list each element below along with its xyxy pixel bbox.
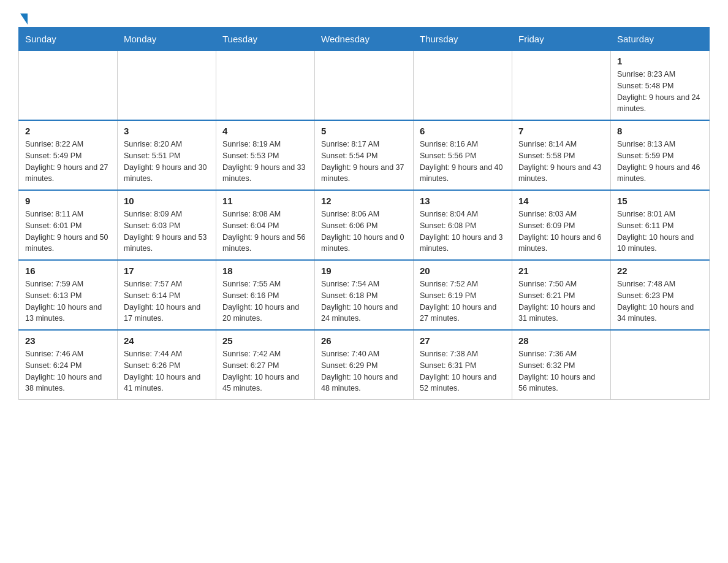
day-info: Sunrise: 8:22 AM Sunset: 5:49 PM Dayligh… bbox=[25, 139, 111, 185]
day-number: 24 bbox=[124, 335, 210, 346]
calendar-week-1: 1Sunrise: 8:23 AM Sunset: 5:48 PM Daylig… bbox=[19, 51, 710, 121]
calendar-cell: 17Sunrise: 7:57 AM Sunset: 6:14 PM Dayli… bbox=[118, 260, 216, 330]
day-info: Sunrise: 8:06 AM Sunset: 6:06 PM Dayligh… bbox=[321, 209, 407, 255]
calendar-cell: 12Sunrise: 8:06 AM Sunset: 6:06 PM Dayli… bbox=[315, 190, 414, 260]
day-number: 15 bbox=[617, 196, 703, 206]
day-info: Sunrise: 8:11 AM Sunset: 6:01 PM Dayligh… bbox=[25, 209, 111, 255]
day-info: Sunrise: 8:14 AM Sunset: 5:58 PM Dayligh… bbox=[518, 139, 604, 185]
calendar-cell: 13Sunrise: 8:04 AM Sunset: 6:08 PM Dayli… bbox=[414, 190, 512, 260]
calendar-body: 1Sunrise: 8:23 AM Sunset: 5:48 PM Daylig… bbox=[19, 51, 710, 400]
calendar-cell: 20Sunrise: 7:52 AM Sunset: 6:19 PM Dayli… bbox=[414, 260, 512, 330]
day-info: Sunrise: 8:19 AM Sunset: 5:53 PM Dayligh… bbox=[222, 139, 308, 185]
day-info: Sunrise: 7:40 AM Sunset: 6:29 PM Dayligh… bbox=[321, 348, 407, 394]
calendar-cell: 11Sunrise: 8:08 AM Sunset: 6:04 PM Dayli… bbox=[216, 190, 315, 260]
calendar-cell bbox=[118, 51, 216, 121]
day-number: 27 bbox=[420, 335, 506, 346]
calendar-cell: 21Sunrise: 7:50 AM Sunset: 6:21 PM Dayli… bbox=[512, 260, 611, 330]
calendar-cell: 22Sunrise: 7:48 AM Sunset: 6:23 PM Dayli… bbox=[611, 260, 710, 330]
day-number: 10 bbox=[124, 196, 210, 206]
weekday-header-sunday: Sunday bbox=[19, 28, 118, 51]
calendar-cell: 25Sunrise: 7:42 AM Sunset: 6:27 PM Dayli… bbox=[216, 330, 315, 400]
day-number: 20 bbox=[420, 266, 506, 276]
day-info: Sunrise: 8:01 AM Sunset: 6:11 PM Dayligh… bbox=[617, 209, 703, 255]
weekday-header-saturday: Saturday bbox=[611, 28, 710, 51]
day-number: 8 bbox=[617, 126, 703, 136]
logo-arrow-icon bbox=[20, 13, 28, 25]
day-info: Sunrise: 8:17 AM Sunset: 5:54 PM Dayligh… bbox=[321, 139, 407, 185]
day-number: 25 bbox=[222, 335, 308, 346]
day-info: Sunrise: 7:44 AM Sunset: 6:26 PM Dayligh… bbox=[124, 348, 210, 394]
calendar-cell: 5Sunrise: 8:17 AM Sunset: 5:54 PM Daylig… bbox=[315, 120, 414, 190]
day-number: 1 bbox=[617, 56, 703, 66]
day-info: Sunrise: 8:23 AM Sunset: 5:48 PM Dayligh… bbox=[617, 69, 703, 115]
logo bbox=[18, 12, 28, 21]
weekday-header-thursday: Thursday bbox=[414, 28, 512, 51]
calendar-cell: 19Sunrise: 7:54 AM Sunset: 6:18 PM Dayli… bbox=[315, 260, 414, 330]
calendar-cell: 2Sunrise: 8:22 AM Sunset: 5:49 PM Daylig… bbox=[19, 120, 118, 190]
calendar-week-4: 16Sunrise: 7:59 AM Sunset: 6:13 PM Dayli… bbox=[19, 260, 710, 330]
calendar-week-5: 23Sunrise: 7:46 AM Sunset: 6:24 PM Dayli… bbox=[19, 330, 710, 400]
day-number: 6 bbox=[420, 126, 506, 136]
calendar-cell: 1Sunrise: 8:23 AM Sunset: 5:48 PM Daylig… bbox=[611, 51, 710, 121]
calendar-cell: 28Sunrise: 7:36 AM Sunset: 6:32 PM Dayli… bbox=[512, 330, 611, 400]
day-info: Sunrise: 7:50 AM Sunset: 6:21 PM Dayligh… bbox=[518, 278, 604, 324]
day-number: 14 bbox=[518, 196, 604, 206]
calendar-cell bbox=[512, 51, 611, 121]
calendar-cell: 15Sunrise: 8:01 AM Sunset: 6:11 PM Dayli… bbox=[611, 190, 710, 260]
day-info: Sunrise: 7:46 AM Sunset: 6:24 PM Dayligh… bbox=[25, 348, 111, 394]
calendar-cell: 27Sunrise: 7:38 AM Sunset: 6:31 PM Dayli… bbox=[414, 330, 512, 400]
day-info: Sunrise: 7:59 AM Sunset: 6:13 PM Dayligh… bbox=[25, 278, 111, 324]
day-number: 23 bbox=[25, 335, 111, 346]
day-info: Sunrise: 8:13 AM Sunset: 5:59 PM Dayligh… bbox=[617, 139, 703, 185]
day-info: Sunrise: 8:20 AM Sunset: 5:51 PM Dayligh… bbox=[124, 139, 210, 185]
calendar-cell: 7Sunrise: 8:14 AM Sunset: 5:58 PM Daylig… bbox=[512, 120, 611, 190]
calendar-cell: 4Sunrise: 8:19 AM Sunset: 5:53 PM Daylig… bbox=[216, 120, 315, 190]
calendar-cell: 3Sunrise: 8:20 AM Sunset: 5:51 PM Daylig… bbox=[118, 120, 216, 190]
calendar-cell bbox=[315, 51, 414, 121]
day-info: Sunrise: 8:08 AM Sunset: 6:04 PM Dayligh… bbox=[222, 209, 308, 255]
calendar-cell: 10Sunrise: 8:09 AM Sunset: 6:03 PM Dayli… bbox=[118, 190, 216, 260]
day-number: 19 bbox=[321, 266, 407, 276]
calendar-week-3: 9Sunrise: 8:11 AM Sunset: 6:01 PM Daylig… bbox=[19, 190, 710, 260]
weekday-header-monday: Monday bbox=[118, 28, 216, 51]
day-number: 5 bbox=[321, 126, 407, 136]
day-info: Sunrise: 7:55 AM Sunset: 6:16 PM Dayligh… bbox=[222, 278, 308, 324]
weekday-header-tuesday: Tuesday bbox=[216, 28, 315, 51]
day-info: Sunrise: 7:48 AM Sunset: 6:23 PM Dayligh… bbox=[617, 278, 703, 324]
day-number: 12 bbox=[321, 196, 407, 206]
calendar-cell: 16Sunrise: 7:59 AM Sunset: 6:13 PM Dayli… bbox=[19, 260, 118, 330]
day-info: Sunrise: 7:36 AM Sunset: 6:32 PM Dayligh… bbox=[518, 348, 604, 394]
day-number: 22 bbox=[617, 266, 703, 276]
day-info: Sunrise: 8:16 AM Sunset: 5:56 PM Dayligh… bbox=[420, 139, 506, 185]
calendar-cell: 24Sunrise: 7:44 AM Sunset: 6:26 PM Dayli… bbox=[118, 330, 216, 400]
calendar-cell: 8Sunrise: 8:13 AM Sunset: 5:59 PM Daylig… bbox=[611, 120, 710, 190]
day-number: 7 bbox=[518, 126, 604, 136]
page-header bbox=[18, 12, 710, 21]
calendar-cell: 23Sunrise: 7:46 AM Sunset: 6:24 PM Dayli… bbox=[19, 330, 118, 400]
day-info: Sunrise: 7:38 AM Sunset: 6:31 PM Dayligh… bbox=[420, 348, 506, 394]
calendar-cell bbox=[216, 51, 315, 121]
day-info: Sunrise: 7:42 AM Sunset: 6:27 PM Dayligh… bbox=[222, 348, 308, 394]
day-info: Sunrise: 7:54 AM Sunset: 6:18 PM Dayligh… bbox=[321, 278, 407, 324]
day-number: 2 bbox=[25, 126, 111, 136]
calendar-cell bbox=[19, 51, 118, 121]
calendar-week-2: 2Sunrise: 8:22 AM Sunset: 5:49 PM Daylig… bbox=[19, 120, 710, 190]
day-number: 11 bbox=[222, 196, 308, 206]
day-info: Sunrise: 7:52 AM Sunset: 6:19 PM Dayligh… bbox=[420, 278, 506, 324]
day-info: Sunrise: 8:09 AM Sunset: 6:03 PM Dayligh… bbox=[124, 209, 210, 255]
day-number: 26 bbox=[321, 335, 407, 346]
calendar-cell: 6Sunrise: 8:16 AM Sunset: 5:56 PM Daylig… bbox=[414, 120, 512, 190]
day-number: 21 bbox=[518, 266, 604, 276]
day-number: 28 bbox=[518, 335, 604, 346]
day-info: Sunrise: 8:03 AM Sunset: 6:09 PM Dayligh… bbox=[518, 209, 604, 255]
calendar-cell bbox=[414, 51, 512, 121]
calendar-cell bbox=[611, 330, 710, 400]
calendar-cell: 26Sunrise: 7:40 AM Sunset: 6:29 PM Dayli… bbox=[315, 330, 414, 400]
weekday-header-friday: Friday bbox=[512, 28, 611, 51]
calendar-cell: 14Sunrise: 8:03 AM Sunset: 6:09 PM Dayli… bbox=[512, 190, 611, 260]
day-info: Sunrise: 7:57 AM Sunset: 6:14 PM Dayligh… bbox=[124, 278, 210, 324]
calendar-cell: 18Sunrise: 7:55 AM Sunset: 6:16 PM Dayli… bbox=[216, 260, 315, 330]
day-number: 3 bbox=[124, 126, 210, 136]
day-number: 13 bbox=[420, 196, 506, 206]
day-number: 4 bbox=[222, 126, 308, 136]
